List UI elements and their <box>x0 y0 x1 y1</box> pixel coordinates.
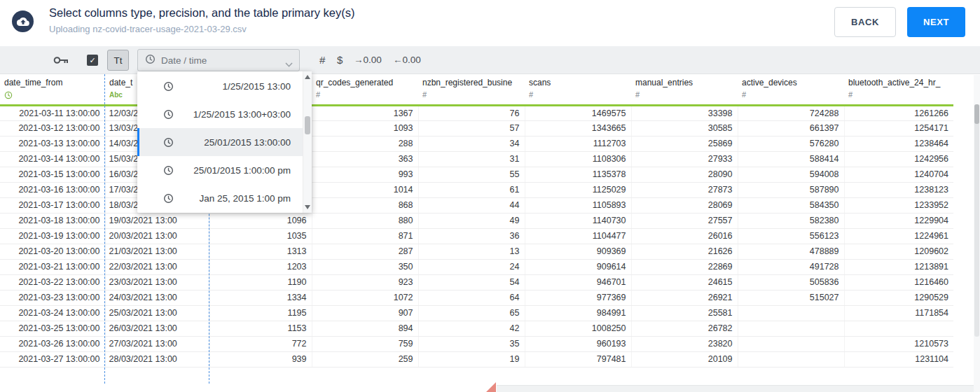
table-cell: 2021-03-16 13:00:00 <box>0 182 105 197</box>
table-cell: 33398 <box>631 105 738 120</box>
table-cell: 13 <box>418 244 525 259</box>
text-type-button[interactable]: Tt <box>107 50 129 71</box>
column-header-qr_codes_generated[interactable]: qr_codes_generated# <box>312 74 418 105</box>
clock-icon <box>163 192 174 204</box>
table-cell: 22/03/2021 13:00 <box>105 259 209 274</box>
column-name: scans <box>529 78 627 88</box>
table-cell: 797481 <box>525 351 631 367</box>
table-cell: 1195 <box>209 305 312 321</box>
table-cell: 588414 <box>738 151 844 167</box>
table-cell: 1290529 <box>844 290 953 305</box>
number-type-button[interactable]: # <box>319 54 325 66</box>
datetime-type-select[interactable]: Date / time <box>137 49 300 71</box>
column-header-manual_entries[interactable]: manual_entries# <box>631 74 738 105</box>
format-option[interactable]: 1/25/2015 13:00+03:00 <box>137 100 303 128</box>
table-cell: 1190 <box>209 274 312 290</box>
table-cell: 1171854 <box>844 305 953 321</box>
table-cell: 1231104 <box>844 351 953 367</box>
table-cell: 576280 <box>738 136 844 151</box>
format-option-label: 25/01/2015 13:00:00 <box>204 137 291 148</box>
table-cell: 27873 <box>631 182 738 197</box>
table-cell: 556123 <box>738 228 844 244</box>
table-row: 2021-03-18 13:00:0019/03/2021 13:0010968… <box>0 213 953 228</box>
table-cell: 31 <box>418 151 525 167</box>
table-cell: 909614 <box>525 259 631 274</box>
back-button[interactable]: BACK <box>834 7 896 37</box>
table-cell: 27933 <box>631 151 738 167</box>
table-cell: 724288 <box>738 105 844 120</box>
table-cell: 1240704 <box>844 167 953 182</box>
format-option[interactable]: 1/25/2015 13:00 <box>137 72 303 100</box>
overflow-warning-marker <box>486 382 496 392</box>
type-select-value: Date / time <box>161 55 207 66</box>
page-title: Select columns type, precision, and the … <box>49 6 355 20</box>
titles: Select columns type, precision, and the … <box>49 6 355 34</box>
scroll-down-arrow-icon[interactable] <box>305 205 310 209</box>
vertical-scrollbar-thumb[interactable] <box>974 104 979 124</box>
table-cell: 1125029 <box>525 182 631 197</box>
clock-icon <box>163 164 174 176</box>
vertical-scrollbar[interactable] <box>974 75 980 392</box>
column-name: active_devices <box>742 78 840 88</box>
table-cell: 1112703 <box>525 136 631 151</box>
format-option[interactable]: Jan 25, 2015 1:00 pm <box>137 184 303 212</box>
table-cell: 1224961 <box>844 228 953 244</box>
table-cell: 1105893 <box>525 197 631 213</box>
page-header: Select columns type, precision, and the … <box>0 0 980 46</box>
table-cell: 1093 <box>312 120 418 136</box>
table-cell: 587890 <box>738 182 844 197</box>
table-cell: 909369 <box>525 244 631 259</box>
precision-decrease-button[interactable]: ←0.00 <box>393 55 421 65</box>
table-cell: 2021-03-17 13:00:00 <box>0 197 105 213</box>
table-row: 2021-03-23 13:00:0024/03/2021 13:0013341… <box>0 290 953 305</box>
table-cell: 25869 <box>631 136 738 151</box>
table-cell: 1334 <box>209 290 312 305</box>
table-cell: 923 <box>312 274 418 290</box>
precision-increase-button[interactable]: →0.00 <box>354 55 382 65</box>
format-option[interactable]: 25/01/2015 1:00:00 pm <box>137 156 303 184</box>
table-cell: 871 <box>312 228 418 244</box>
column-header-scans[interactable]: scans# <box>525 74 631 105</box>
table-cell: 21626 <box>631 244 738 259</box>
horizontal-scrollbar[interactable] <box>497 385 974 392</box>
column-header-nzbn_registered_busine[interactable]: nzbn_registered_busine# <box>418 74 525 105</box>
next-button[interactable]: NEXT <box>907 7 965 37</box>
format-dropdown-list: 1/25/2015 13:001/25/2015 13:00+03:0025/0… <box>137 72 303 212</box>
column-header-bluetooth_active_24_hr_[interactable]: bluetooth_active_24_hr_# <box>844 74 953 105</box>
table-cell: 1072 <box>312 290 418 305</box>
table-cell: 1104477 <box>525 228 631 244</box>
table-cell: 26782 <box>631 321 738 336</box>
column-header-active_devices[interactable]: active_devices# <box>738 74 844 105</box>
table-cell: 1008250 <box>525 321 631 336</box>
currency-type-button[interactable]: $ <box>337 54 343 66</box>
column-name: manual_entries <box>635 78 733 88</box>
format-option[interactable]: 25/01/2015 13:00:00 <box>137 128 303 156</box>
table-cell: 1035 <box>209 228 312 244</box>
clock-icon <box>163 136 174 148</box>
format-option-label: 25/01/2015 1:00:00 pm <box>193 165 291 176</box>
table-cell: 759 <box>312 336 418 351</box>
table-cell: 26/03/2021 13:00 <box>105 321 209 336</box>
table-cell <box>738 321 844 336</box>
table-cell: 2021-03-21 13:00:00 <box>0 259 105 274</box>
dropdown-scrollbar[interactable] <box>303 71 312 213</box>
include-column-checkbox[interactable]: ✓ <box>87 55 98 66</box>
table-cell: 20/03/2021 13:00 <box>105 228 209 244</box>
table-cell: 2021-03-27 13:00:00 <box>0 351 105 367</box>
table-cell: 28090 <box>631 167 738 182</box>
format-option-label: Jan 25, 2015 1:00 pm <box>199 193 291 204</box>
table-cell: 2021-03-24 13:00:00 <box>0 305 105 321</box>
scroll-up-arrow-icon[interactable] <box>305 75 310 79</box>
table-cell: 939 <box>209 351 312 367</box>
table-cell: 2021-03-23 13:00:00 <box>0 290 105 305</box>
table-cell: 946701 <box>525 274 631 290</box>
table-cell: 1209602 <box>844 244 953 259</box>
table-row: 2021-03-22 13:00:0023/03/2021 13:0011909… <box>0 274 953 290</box>
column-header-date_time_from[interactable]: date_time_from <box>0 74 105 105</box>
column-type-indicator: # <box>635 90 733 100</box>
table-cell: 24 <box>418 259 525 274</box>
dropdown-scrollbar-thumb[interactable] <box>305 116 310 134</box>
primary-key-icon[interactable] <box>53 55 69 68</box>
checkmark-icon: ✓ <box>89 57 95 64</box>
vertical-scrollbar-track <box>974 104 979 337</box>
